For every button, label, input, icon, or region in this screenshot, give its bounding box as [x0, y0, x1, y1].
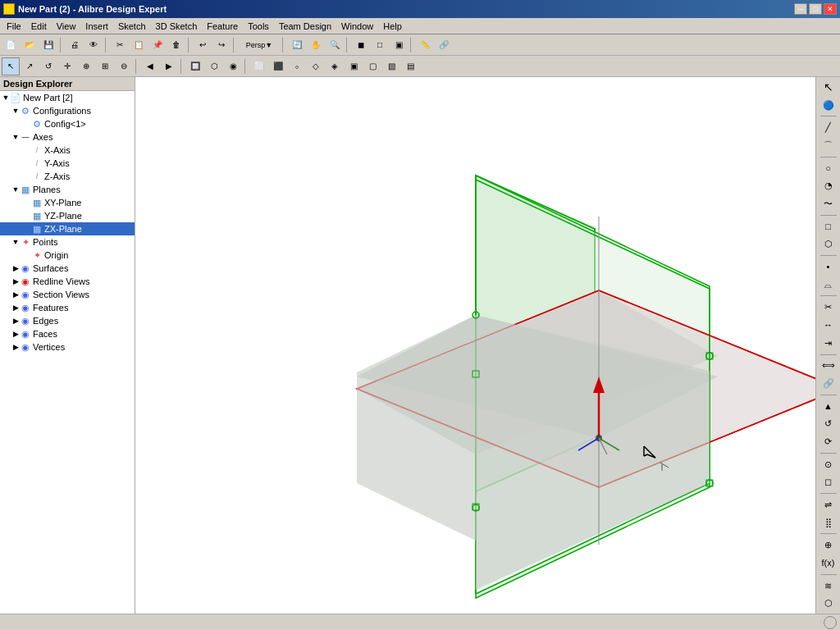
menu-teamdesign[interactable]: Team Design [274, 20, 336, 33]
3dsnap9-button[interactable]: ▤ [401, 57, 419, 75]
expand-faces[interactable]: ▶ [11, 330, 20, 338]
tree-features[interactable]: ▶ ◉ Features [0, 301, 135, 314]
zoomout-button[interactable]: ⊖ [115, 57, 133, 75]
viewport-canvas[interactable] [135, 77, 815, 614]
tree-configurations[interactable]: ▼ ⚙ Configurations [0, 104, 135, 117]
maximize-button[interactable]: □ [809, 3, 822, 15]
minimize-button[interactable]: ─ [794, 3, 807, 15]
tree-redline-views[interactable]: ▶ ◉ Redline Views [0, 275, 135, 288]
menu-tools[interactable]: Tools [243, 20, 274, 33]
tree-y-axis[interactable]: / Y-Axis [0, 157, 135, 170]
snap1-button[interactable]: 🔲 [186, 57, 204, 75]
menu-window[interactable]: Window [336, 20, 378, 33]
rp-mirror-btn[interactable]: ⇌ [819, 496, 838, 514]
delete-button[interactable]: 🗑 [167, 36, 185, 54]
rp-select-btn[interactable]: ↖ [819, 79, 838, 96]
tree-origin[interactable]: ✦ Origin [0, 249, 135, 262]
zoom-button[interactable]: 🔍 [326, 36, 344, 54]
rp-trim-btn[interactable]: ✂ [819, 299, 838, 316]
menu-file[interactable]: File [2, 20, 26, 33]
rp-shell-btn[interactable]: ◻ [819, 473, 838, 491]
tree-edges[interactable]: ▶ ◉ Edges [0, 314, 135, 327]
snap2-button[interactable]: ⬡ [205, 57, 223, 75]
rp-spline-btn[interactable]: 〜 [819, 195, 838, 212]
tree-section-views[interactable]: ▶ ◉ Section Views [0, 288, 135, 301]
tree-x-axis[interactable]: / X-Axis [0, 144, 135, 157]
rp-deform-btn[interactable]: ≋ [819, 578, 838, 595]
constraint-button[interactable]: 🔗 [435, 36, 453, 54]
tree-points[interactable]: ▼ ✦ Points [0, 235, 135, 249]
menu-3dsketch[interactable]: 3D Sketch [151, 20, 203, 33]
prev-view-button[interactable]: ◀ [141, 57, 159, 75]
rp-offset-btn[interactable]: ⇥ [819, 335, 838, 352]
rotate-button[interactable]: 🔄 [288, 36, 306, 54]
rp-dim-btn[interactable]: ⟺ [819, 357, 838, 374]
zoomfit-button[interactable]: ⊞ [96, 57, 114, 75]
tree-planes[interactable]: ▼ ▦ Planes [0, 183, 135, 196]
pan-button[interactable]: ✋ [307, 36, 325, 54]
menu-edit[interactable]: Edit [26, 20, 52, 33]
select-button[interactable]: ↖ [2, 57, 20, 75]
tree-config1[interactable]: ⚙ Config<1> [0, 117, 135, 130]
tree-surfaces[interactable]: ▶ ◉ Surfaces [0, 262, 135, 275]
3dsnap2-button[interactable]: ⬛ [269, 57, 287, 75]
rp-pattern-btn[interactable]: ⣿ [819, 514, 838, 532]
measure-button[interactable]: 📏 [416, 36, 434, 54]
cut-button[interactable]: ✂ [111, 36, 129, 54]
rp-circle-btn[interactable]: ○ [819, 160, 838, 177]
expand-redline-views[interactable]: ▶ [11, 277, 20, 285]
expand-surfaces[interactable]: ▶ [11, 264, 20, 272]
wireframe-button[interactable]: □ [371, 36, 389, 54]
rp-formula-btn[interactable]: f(x) [819, 555, 838, 572]
zoom2-button[interactable]: ⊕ [77, 57, 95, 75]
expand-planes[interactable]: ▼ [11, 185, 20, 194]
3dsnap8-button[interactable]: ▧ [382, 57, 400, 75]
3dsnap4-button[interactable]: ◇ [307, 57, 325, 75]
view-select[interactable]: Persp▼ [239, 36, 280, 54]
expand-new-part[interactable]: ▼ [2, 94, 10, 102]
tree-axes[interactable]: ▼ — Axes [0, 130, 135, 144]
rp-fillet-btn[interactable]: ⌓ [819, 276, 838, 294]
menu-insert[interactable]: Insert [80, 20, 113, 33]
3dsnap-button[interactable]: ⬜ [250, 57, 268, 75]
shading-button[interactable]: ◼ [352, 36, 370, 54]
rp-rect-btn[interactable]: □ [819, 218, 838, 235]
rp-bool-btn[interactable]: ⊕ [819, 536, 838, 554]
print-button[interactable]: 🖨 [66, 36, 84, 54]
tree-vertices[interactable]: ▶ ◉ Vertices [0, 340, 135, 354]
rp-point-btn[interactable]: • [819, 258, 838, 276]
menu-help[interactable]: Help [378, 20, 407, 33]
rp-curve-btn[interactable]: ⌒ [819, 137, 838, 154]
expand-configurations[interactable]: ▼ [11, 107, 20, 115]
close-button[interactable]: ✕ [824, 3, 837, 15]
tree-faces[interactable]: ▶ ◉ Faces [0, 327, 135, 340]
undo-button[interactable]: ↩ [194, 36, 212, 54]
copy-button[interactable]: 📋 [130, 36, 148, 54]
expand-section-views[interactable]: ▶ [11, 290, 20, 299]
rp-polygon-btn[interactable]: ⬡ [819, 235, 838, 253]
tree-xy-plane[interactable]: ▦ XY-Plane [0, 196, 135, 209]
rp-revolve-btn[interactable]: ↺ [819, 415, 838, 432]
expand-features[interactable]: ▶ [11, 304, 20, 312]
title-bar-buttons[interactable]: ─ □ ✕ [794, 3, 837, 15]
next-view-button[interactable]: ▶ [160, 57, 178, 75]
rp-sweep-btn[interactable]: ⟳ [819, 433, 838, 450]
3dsnap3-button[interactable]: ⬦ [288, 57, 306, 75]
3dsnap5-button[interactable]: ◈ [326, 57, 344, 75]
menu-view[interactable]: View [52, 20, 81, 33]
menu-feature[interactable]: Feature [202, 20, 243, 33]
pan2-button[interactable]: ✛ [58, 57, 76, 75]
rp-hole-btn[interactable]: ⊙ [819, 456, 838, 473]
paste-button[interactable]: 📌 [148, 36, 167, 54]
3dsnap7-button[interactable]: ▢ [363, 57, 381, 75]
hidden-button[interactable]: ▣ [390, 36, 408, 54]
tree-z-axis[interactable]: / Z-Axis [0, 170, 135, 183]
expand-axes[interactable]: ▼ [11, 133, 20, 141]
tree-yz-plane[interactable]: ▦ YZ-Plane [0, 209, 135, 222]
redo-button[interactable]: ↪ [212, 36, 231, 54]
rp-extrude-btn[interactable]: ▲ [819, 398, 838, 415]
3d-viewport[interactable] [135, 77, 815, 614]
expand-edges[interactable]: ▶ [11, 317, 20, 325]
rp-arc-btn[interactable]: ◔ [819, 177, 838, 194]
snap3-button[interactable]: ◉ [224, 57, 242, 75]
